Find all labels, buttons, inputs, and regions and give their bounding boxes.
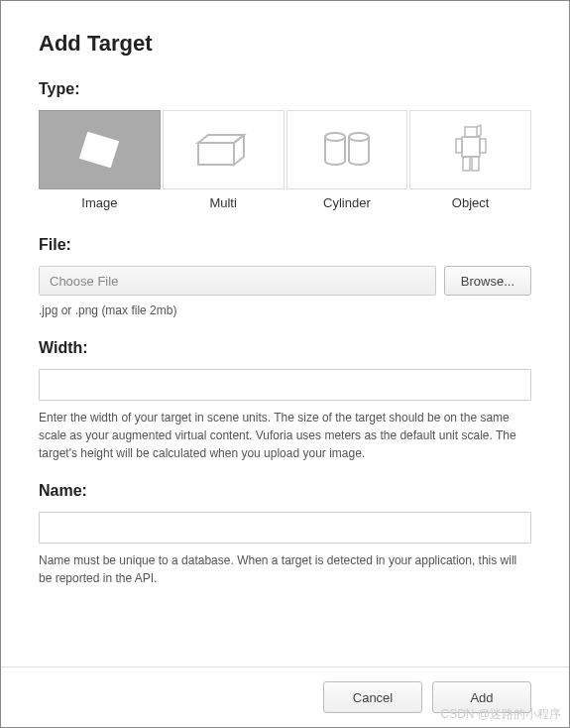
width-hint: Enter the width of your target in scene …	[39, 409, 531, 462]
file-label: File:	[39, 236, 531, 254]
file-display[interactable]: Choose File	[39, 266, 436, 296]
image-icon	[39, 110, 161, 189]
name-hint: Name must be unique to a database. When …	[39, 551, 531, 587]
type-option-image[interactable]: Image	[39, 110, 161, 210]
cylinder-icon	[286, 110, 408, 189]
dialog-footer: Cancel Add	[1, 667, 569, 727]
svg-rect-9	[480, 139, 486, 153]
name-input[interactable]	[39, 512, 531, 544]
type-option-label: Object	[409, 195, 531, 210]
svg-rect-8	[456, 139, 462, 153]
svg-rect-10	[463, 157, 470, 171]
width-input[interactable]	[39, 369, 531, 401]
add-button[interactable]: Add	[432, 681, 531, 713]
type-option-label: Image	[39, 195, 161, 210]
name-label: Name:	[39, 482, 531, 500]
multi-icon	[163, 110, 285, 189]
width-label: Width:	[39, 339, 531, 357]
svg-rect-6	[465, 127, 477, 137]
file-row: Choose File Browse...	[39, 266, 531, 296]
cancel-button[interactable]: Cancel	[323, 681, 422, 713]
type-option-label: Cylinder	[286, 195, 408, 210]
svg-marker-3	[234, 135, 244, 165]
browse-button[interactable]: Browse...	[444, 266, 531, 296]
type-option-cylinder[interactable]: Cylinder	[286, 110, 408, 210]
svg-rect-7	[462, 137, 480, 157]
svg-marker-0	[80, 133, 118, 167]
file-hint: .jpg or .png (max file 2mb)	[39, 302, 531, 319]
add-target-dialog: Add Target Type: Image Multi	[1, 1, 569, 627]
type-label: Type:	[39, 80, 531, 98]
dialog-title: Add Target	[39, 31, 531, 57]
svg-point-4	[325, 133, 345, 141]
svg-marker-1	[198, 143, 234, 165]
type-option-object[interactable]: Object	[409, 110, 531, 210]
type-option-label: Multi	[163, 195, 285, 210]
svg-point-5	[349, 133, 369, 141]
type-options: Image Multi Cylinder	[39, 110, 531, 210]
type-option-multi[interactable]: Multi	[163, 110, 285, 210]
svg-rect-11	[472, 157, 479, 171]
object-icon	[409, 110, 531, 189]
